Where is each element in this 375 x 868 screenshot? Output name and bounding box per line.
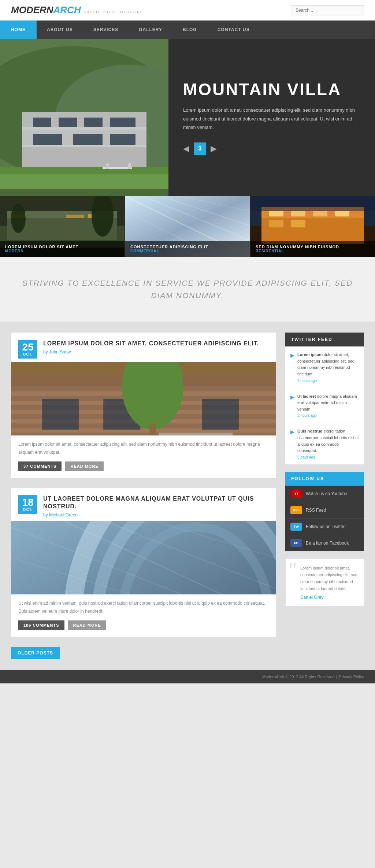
- post-2-date-num: 18: [18, 497, 37, 508]
- hero-content: MOUNTAIN VILLA Lorem ipsum dolor sit ame…: [168, 39, 375, 196]
- logo-modern: MODERN: [11, 4, 53, 16]
- nav-about[interactable]: ABOUT US: [37, 21, 83, 39]
- post-2-date: 18 OCT.: [18, 495, 37, 514]
- gallery-title-1: LOREM IPSUM DOLOR SIT AMET: [5, 245, 119, 249]
- post-2-author: by Michael Green: [43, 512, 268, 518]
- footer-copyright: ModernArch © 2012 All Rights Reserved |: [262, 675, 337, 679]
- gallery-title-3: SED DIAM NONUMMY NIBH EUISMOD: [256, 245, 370, 249]
- gallery-row: LOREM IPSUM DOLOR SIT AMET MODERN: [0, 196, 375, 257]
- gallery-title-2: CONSECTETUER ADIPISCING ELIT: [130, 245, 245, 249]
- follow-rss[interactable]: RSS RSS Feed: [285, 502, 364, 519]
- post-1-date: 25 OCT.: [18, 340, 37, 359]
- svg-rect-17: [106, 163, 109, 169]
- follow-us-widget: FOLLOW US YT Watch us on Youtube RSS RSS…: [285, 472, 364, 551]
- footer-privacy-link[interactable]: Privacy Policy: [339, 675, 364, 679]
- nav-services[interactable]: SERVICES: [83, 21, 129, 39]
- logo: MODERN ARCH ARCHITECTURE MAGAZINE: [11, 4, 143, 16]
- follow-youtube-label: Watch us on Youtube: [306, 491, 347, 496]
- testimonial-author: Daniel Grey: [289, 595, 358, 600]
- gallery-item-3[interactable]: SED DIAM NONUMMY NIBH EUISMOD RESIDENTIA…: [250, 196, 375, 257]
- svg-rect-47: [291, 220, 305, 227]
- follow-twitter[interactable]: TW Follow us on Twitter: [285, 519, 364, 535]
- follow-twitter-label: Follow us on Twitter: [306, 524, 345, 529]
- follow-youtube[interactable]: YT Watch us on Youtube: [285, 486, 364, 502]
- follow-facebook[interactable]: FB Be a fan on Facebook: [285, 535, 364, 551]
- svg-rect-45: [335, 211, 349, 216]
- svg-rect-19: [0, 189, 168, 196]
- post-2-image: [11, 521, 276, 594]
- hero-slider: MOUNTAIN VILLA Lorem ipsum dolor sit ame…: [0, 39, 375, 196]
- tweet-2: ▶ Ut laoreet dolore magna aliquam erat v…: [290, 393, 359, 423]
- twitter-feed-widget: TWITTER FEED ▶ Lorem ipsum dolor sit ame…: [285, 333, 364, 464]
- follow-facebook-label: Be a fan on Facebook: [306, 541, 349, 546]
- svg-point-27: [11, 204, 26, 233]
- tweet-2-dot: ▶: [290, 394, 294, 418]
- content-column: 25 OCT. LOREM IPSUM DOLOR SIT AMET, CONS…: [11, 333, 276, 659]
- hero-text: Lorem ipsum dolor sit amet, consectetuer…: [183, 106, 360, 131]
- nav-blog[interactable]: BLOG: [172, 21, 207, 39]
- sidebar: TWITTER FEED ▶ Lorem ipsum dolor sit ame…: [285, 333, 364, 659]
- svg-rect-9: [84, 118, 103, 127]
- gallery-cat-3: RESIDENTIAL: [256, 249, 370, 253]
- follow-us-title: FOLLOW US: [285, 472, 364, 486]
- svg-rect-43: [291, 211, 305, 216]
- main-content: 25 OCT. LOREM IPSUM DOLOR SIT AMET, CONS…: [0, 322, 375, 670]
- older-posts-btn[interactable]: OLDER POSTS: [11, 647, 60, 659]
- tagline-text: STRIVING TO EXCELLENCE IN SERVICE WE PRO…: [22, 277, 353, 301]
- post-2-excerpt: Ut wisi enim ad minim veniam, quis nostr…: [11, 594, 276, 620]
- tweet-3-text: Quis nostrud exerci tation ullamcorper s…: [297, 428, 359, 454]
- post-1-comments-btn[interactable]: 37 COMMENTS: [18, 461, 62, 471]
- post-1-title: LOREM IPSUM DOLOR SIT AMET, CONSECTETUER…: [43, 340, 259, 348]
- svg-rect-62: [149, 423, 156, 435]
- post-1-readmore-btn[interactable]: READ MORE: [65, 461, 103, 471]
- gallery-overlay-1: LOREM IPSUM DOLOR SIT AMET MODERN: [0, 241, 125, 257]
- gallery-cat-2: COMMERCIAL: [130, 249, 245, 253]
- svg-rect-7: [33, 118, 51, 127]
- svg-rect-46: [269, 220, 283, 227]
- post-1-image: [11, 362, 276, 435]
- hero-navigation: ◀ 3 ▶: [183, 142, 360, 155]
- follow-rss-label: RSS Feed: [306, 508, 326, 513]
- gallery-item-2[interactable]: CONSECTETUER ADIPISCING ELIT COMMERCIAL: [125, 196, 250, 257]
- svg-rect-57: [11, 433, 276, 436]
- logo-subtitle: ARCHITECTURE MAGAZINE: [84, 10, 143, 14]
- svg-rect-64: [159, 433, 233, 436]
- svg-rect-13: [110, 134, 135, 145]
- search-input[interactable]: [291, 5, 364, 15]
- quote-icon: ": [289, 560, 297, 580]
- youtube-icon: YT: [290, 490, 302, 498]
- testimonial-text: Lorem ipsum dolor sit amet, consectetuer…: [289, 565, 358, 592]
- svg-rect-18: [128, 163, 131, 169]
- logo-arch: ARCH: [53, 4, 81, 16]
- twitter-icon: TW: [290, 523, 302, 531]
- nav-home[interactable]: HOME: [0, 21, 37, 39]
- facebook-icon: FB: [290, 539, 302, 547]
- blog-post-1: 25 OCT. LOREM IPSUM DOLOR SIT AMET, CONS…: [11, 333, 276, 478]
- svg-rect-58: [42, 399, 79, 430]
- tweet-3-dot: ▶: [290, 429, 294, 459]
- gallery-item-1[interactable]: LOREM IPSUM DOLOR SIT AMET MODERN: [0, 196, 125, 257]
- hero-prev-arrow[interactable]: ◀: [183, 144, 189, 153]
- post-2-date-month: OCT.: [18, 508, 37, 512]
- post-2-comments-btn[interactable]: 186 COMMENTS: [18, 620, 64, 630]
- tweet-1-dot: ▶: [290, 352, 294, 382]
- tweet-1: ▶ Lorem ipsum dolor sit amet, consectetu…: [290, 352, 359, 388]
- gallery-overlay-3: SED DIAM NONUMMY NIBH EUISMOD RESIDENTIA…: [250, 241, 375, 257]
- svg-rect-48: [250, 196, 375, 211]
- blog-post-2: 18 OCT. UT LAOREET DOLORE MAGNA ALIQUAM …: [11, 488, 276, 637]
- tweet-3-time: 5 days ago: [297, 455, 359, 459]
- nav-gallery[interactable]: GALLERY: [129, 21, 172, 39]
- post-2-readmore-btn[interactable]: READ MORE: [68, 620, 106, 630]
- svg-rect-8: [59, 118, 77, 127]
- hero-title: MOUNTAIN VILLA: [183, 80, 360, 99]
- header: MODERN ARCH ARCHITECTURE MAGAZINE: [0, 0, 375, 21]
- follow-list: YT Watch us on Youtube RSS RSS Feed TW F…: [285, 486, 364, 551]
- nav-contact[interactable]: CONTACT US: [207, 21, 260, 39]
- hero-next-arrow[interactable]: ▶: [211, 144, 217, 153]
- main-nav: HOME ABOUT US SERVICES GALLERY BLOG CONT…: [0, 21, 375, 39]
- twitter-feed-title: TWITTER FEED: [285, 333, 364, 346]
- tagline-section: STRIVING TO EXCELLENCE IN SERVICE WE PRO…: [0, 257, 375, 322]
- svg-rect-42: [269, 211, 283, 216]
- gallery-overlay-2: CONSECTETUER ADIPISCING ELIT COMMERCIAL: [125, 241, 250, 257]
- svg-rect-12: [73, 134, 103, 145]
